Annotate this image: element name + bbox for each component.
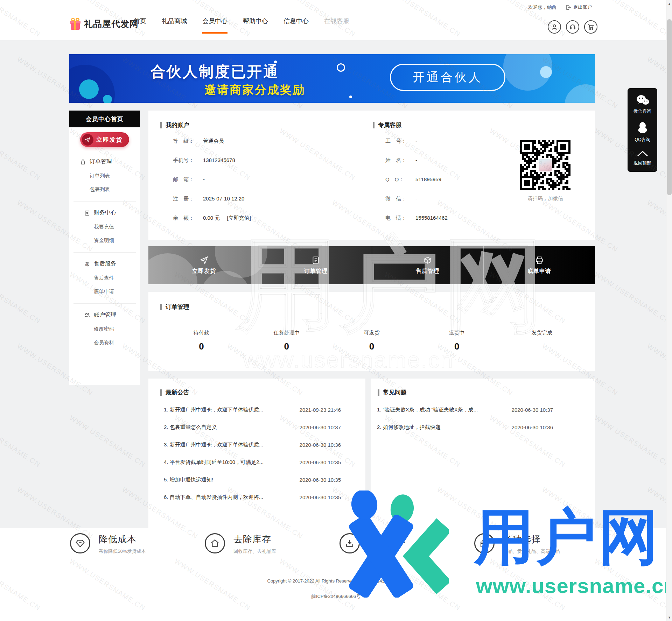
service-section-title: 专属客服	[373, 121, 402, 129]
send-icon	[200, 256, 209, 265]
service-row-telephone: 电 话：15558164462	[385, 215, 448, 221]
feature-lower-cost: 降低成本 帮你降低50%发货成本	[70, 533, 146, 555]
stat-ready-to-ship: 可发货0	[329, 330, 414, 352]
order-stats-row: 待付款0 任务处理中0 可发货0 发货中0 发货完成	[159, 330, 584, 352]
nav-item-online-service[interactable]: 在线客服	[324, 17, 349, 34]
nav-item-member-center[interactable]: 会员中心	[202, 17, 227, 34]
banner-decor	[565, 84, 595, 103]
sidebar-group-account-title[interactable]: 账户管理	[74, 308, 136, 322]
sidebar-item-recharge[interactable]: 我要充值	[74, 220, 136, 234]
icp-number: 皖ICP备20496666666号	[0, 593, 672, 600]
account-row-phone: 手机号：13812345678	[173, 157, 235, 164]
cart-icon[interactable]	[584, 20, 597, 34]
wechat-consult-button[interactable]: 微信咨询	[628, 94, 657, 114]
sidebar-group-aftersale: 售 售后服务 售后查件 底单申请	[74, 252, 136, 303]
announcement-row[interactable]: 4. 平台发货截单时间延至18:00，可满足2...2020-06-30 10:…	[148, 453, 365, 471]
sidebar-group-orders-title[interactable]: 订单管理	[69, 155, 140, 169]
banner-title: 合伙人制度已开通	[150, 62, 279, 82]
feature-selection: 多种选择 礼品、贵重礼品、高端礼品	[474, 533, 560, 555]
nav-item-help-center[interactable]: 帮助中心	[243, 17, 268, 34]
sidebar-group-finance-title[interactable]: 财务中心	[74, 206, 136, 220]
sidebar-item-fund-detail[interactable]: 资金明细	[74, 234, 136, 247]
announcements-card: 最新公告 1. 新开通广州中通仓，欢迎下单体验优质...2021-09-23 2…	[148, 379, 365, 528]
page-scrollbar[interactable]: ▲ ▼	[666, 0, 672, 621]
nav-item-info-center[interactable]: 信息中心	[284, 17, 309, 34]
banner-decor	[103, 95, 112, 103]
faq-card: 常见问题 1. “验证失败X条，成功 “验证失败X条，成...2020-06-3…	[371, 379, 595, 528]
account-card: 我的账户 专属客服 等 级：普通会员 手机号：13812345678 邮 箱：-…	[148, 111, 595, 240]
copyright-text: Copyright © 2017-2022 All Rights Reserve…	[0, 578, 672, 584]
scrollbar-thumb[interactable]	[667, 19, 672, 195]
ship-now-button[interactable]: 立即发货	[80, 132, 129, 147]
main-nav: 首页 礼品商城 会员中心 帮助中心 信息中心 在线客服	[134, 17, 349, 34]
scroll-up-arrow[interactable]: ▲	[666, 1, 672, 7]
sidebar-item-receipt-apply[interactable]: 底单申请	[74, 285, 136, 298]
wechat-icon	[636, 94, 650, 106]
service-row-wechat: 微 信：-	[385, 196, 417, 202]
download-circle-icon	[340, 533, 360, 553]
logout-icon	[566, 5, 571, 10]
sidebar-group-orders: 订单管理 订单列表 包裹列表	[69, 150, 140, 201]
feature-remove-stock: 去除库存 回收库存、去礼品库	[205, 533, 276, 555]
partner-banner: 合伙人制度已开通 邀请商家分成奖励 开通合伙人	[69, 54, 595, 103]
account-row-level: 等 级：普通会员	[173, 138, 224, 144]
faq-row[interactable]: 2. 如何修改地址，拦截快递2020-06-30 10:36	[371, 418, 595, 436]
users-icon	[84, 312, 90, 318]
sidebar-item-change-password[interactable]: 修改密码	[74, 322, 136, 336]
faq-list: 1. “验证失败X条，成功 “验证失败X条，成...2020-06-30 10:…	[371, 401, 595, 436]
announcement-row[interactable]: 2. 包裹重量怎么自定义2020-06-30 10:37	[148, 418, 365, 436]
qq-icon	[637, 121, 649, 134]
svg-text:售: 售	[86, 263, 89, 266]
announcement-row[interactable]: 3. 新开通广州中通仓，欢迎下单体验优质...2020-06-30 10:36	[148, 436, 365, 453]
account-section-title: 我的账户	[160, 121, 189, 129]
service-row-name: 姓 名：-	[385, 157, 417, 164]
faq-title: 常见问题	[378, 388, 407, 396]
finance-icon	[84, 210, 90, 216]
announcement-row[interactable]: 1. 新开通广州中通仓，欢迎下单体验优质...2021-09-23 21:46	[148, 401, 365, 418]
sidebar-item-order-list[interactable]: 订单列表	[69, 169, 140, 183]
quick-actions-toolbar: 立即发货 订单管理 售后管理 底单申请	[148, 246, 595, 284]
action-order-manage[interactable]: 订单管理	[260, 246, 371, 284]
page-footer: 降低成本 帮你降低50%发货成本 去除库存 回收库存、去礼品库 正品品质 物流保…	[0, 528, 672, 621]
nav-item-home[interactable]: 首页	[134, 17, 146, 34]
account-row-email: 邮 箱：-	[173, 176, 205, 183]
sidebar-group-aftersale-title[interactable]: 售 售后服务	[74, 257, 136, 271]
site-logo-text: 礼品屋代发网	[84, 18, 139, 30]
nav-item-mall[interactable]: 礼品商城	[162, 17, 187, 34]
contact-float-widget: 微信咨询 QQ咨询 返回顶部	[628, 88, 657, 172]
headset-icon[interactable]	[566, 20, 579, 34]
site-logo[interactable]: 礼品屋代发网	[70, 18, 139, 30]
announcement-row[interactable]: 5. 增加申通快递通知!2020-06-30 10:35	[148, 471, 365, 488]
chevron-up-icon	[636, 150, 649, 157]
recharge-now-link[interactable]: [立即充值]	[227, 215, 251, 221]
qr-avatar	[538, 158, 552, 172]
order-list-icon	[311, 256, 320, 265]
action-aftersale-manage[interactable]: 售后管理	[372, 246, 483, 284]
scroll-down-arrow[interactable]: ▼	[666, 614, 672, 620]
user-icon[interactable]	[548, 20, 561, 34]
stat-shipping: 发货中0	[414, 330, 499, 352]
gift-logo-icon	[70, 19, 80, 30]
back-to-top-button[interactable]: 返回顶部	[628, 150, 657, 166]
feature-quality: 正品品质 物流保障	[340, 533, 406, 555]
qq-consult-button[interactable]: QQ咨询	[628, 121, 657, 143]
welcome-row: 欢迎您，纳西 退出账户	[528, 4, 592, 10]
faq-row[interactable]: 1. “验证失败X条，成功 “验证失败X条，成...2020-06-30 10:…	[371, 401, 595, 418]
sidebar-header: 会员中心首页	[69, 111, 140, 127]
qr-caption: 请扫码，加微信	[508, 195, 582, 202]
member-sidebar: 会员中心首页 立即发货 订单管理 订单列表 包裹列表	[69, 111, 140, 385]
send-icon	[82, 134, 93, 146]
sidebar-item-package-list[interactable]: 包裹列表	[69, 183, 140, 196]
action-ship-now[interactable]: 立即发货	[148, 246, 260, 284]
open-partner-button[interactable]: 开通合伙人	[390, 64, 505, 91]
sidebar-item-aftersale-check[interactable]: 售后查件	[74, 271, 136, 285]
orders-card: 订单管理 待付款0 任务处理中0 可发货0 发货中0 发货完成	[148, 292, 595, 371]
action-receipt-apply[interactable]: 底单申请	[483, 246, 595, 284]
announcement-row[interactable]: 6. 自动下单、自动发货插件内测，欢迎咨...2020-06-30 10:35	[148, 488, 365, 506]
package-icon	[423, 256, 432, 265]
stat-task-processing: 任务处理中0	[244, 330, 329, 352]
house-icon	[205, 533, 225, 553]
banner-decor	[349, 96, 352, 98]
logout-button[interactable]: 退出账户	[566, 4, 592, 10]
sidebar-item-member-profile[interactable]: 会员资料	[74, 336, 136, 350]
